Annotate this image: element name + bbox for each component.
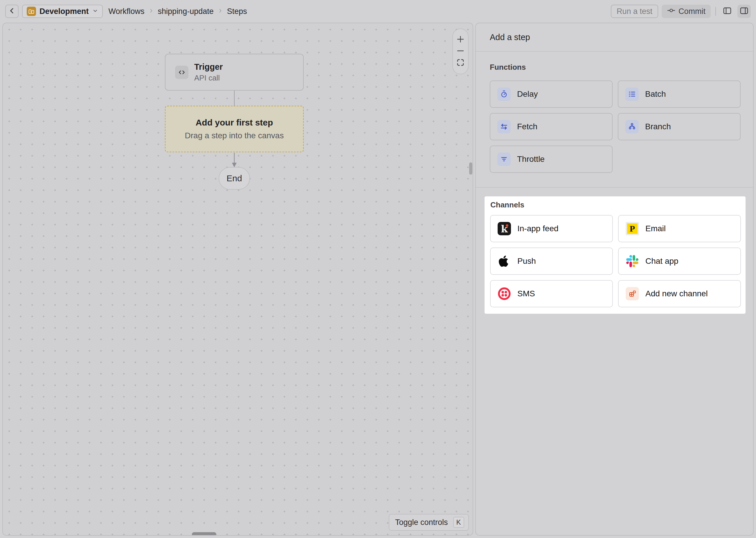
knock-dot: [506, 224, 508, 227]
section-divider: [476, 187, 753, 188]
panel-right-icon: [739, 6, 749, 17]
trigger-node-subtitle: API call: [194, 74, 223, 82]
vertical-scrollbar-thumb[interactable]: [469, 162, 472, 175]
toggle-left-panel-button[interactable]: [721, 5, 734, 18]
back-button[interactable]: [5, 5, 19, 18]
slack-logo-icon: [626, 254, 639, 268]
function-card-delay[interactable]: Delay: [490, 81, 613, 108]
workflow-canvas[interactable]: Trigger API call Add your first step Dra…: [2, 23, 473, 536]
panel-title: Add a step: [490, 32, 530, 42]
trigger-node[interactable]: Trigger API call: [165, 54, 304, 91]
horizontal-scrollbar-thumb[interactable]: [192, 532, 216, 536]
dropzone-subtitle: Drag a step into the canvas: [185, 131, 284, 140]
top-bar: Development Workflows shipping-update St…: [0, 0, 756, 23]
breadcrumb-steps[interactable]: Steps: [227, 7, 247, 16]
channel-card-in-app-feed[interactable]: k In-app feed: [490, 215, 613, 242]
git-commit-icon: [667, 6, 676, 17]
panel-left-icon: [722, 6, 732, 17]
add-channel-grid-icon: [626, 287, 639, 300]
trigger-node-title: Trigger: [194, 62, 223, 72]
postmark-logo-icon: P: [626, 222, 639, 235]
commit-label: Commit: [679, 7, 705, 16]
channel-card-label: SMS: [517, 289, 535, 298]
chevron-left-icon: [8, 7, 16, 16]
branch-tree-icon: [625, 120, 639, 133]
function-card-label: Branch: [645, 122, 671, 131]
run-a-test-button[interactable]: Run a test: [611, 5, 658, 18]
apple-logo-icon: [497, 254, 511, 268]
channel-card-email[interactable]: P Email: [618, 215, 741, 242]
function-card-throttle[interactable]: Throttle: [490, 145, 613, 173]
toggle-controls-button[interactable]: Toggle controls K: [389, 514, 469, 531]
throttle-lines-icon: [497, 152, 511, 166]
channel-card-add-new[interactable]: Add new channel: [618, 280, 741, 307]
breadcrumb-workflow-name[interactable]: shipping-update: [158, 7, 214, 16]
zoom-in-icon[interactable]: [456, 35, 465, 45]
channel-card-label: In-app feed: [517, 224, 559, 233]
knock-logo-icon: k: [497, 222, 511, 235]
zoom-out-icon[interactable]: [456, 46, 465, 56]
function-card-label: Batch: [645, 89, 666, 99]
panel-header: Add a step: [476, 23, 753, 52]
postmark-letter: P: [630, 224, 635, 234]
environment-label: Development: [39, 7, 89, 16]
code-icon: [175, 66, 188, 79]
channels-spotlight-section: Channels k In-app feed P: [485, 196, 745, 314]
chevron-down-icon: [92, 8, 98, 15]
function-card-label: Delay: [517, 89, 538, 99]
delay-stopwatch-icon: [497, 87, 511, 101]
dropzone-title: Add your first step: [196, 118, 273, 128]
function-card-label: Fetch: [517, 122, 538, 131]
environment-selector[interactable]: Development: [22, 5, 103, 18]
end-node[interactable]: End: [218, 167, 250, 190]
breadcrumb-workflows[interactable]: Workflows: [109, 7, 145, 16]
toggle-right-panel-button[interactable]: [737, 5, 751, 18]
channel-card-label: Email: [645, 224, 666, 233]
fetch-arrows-icon: [497, 120, 511, 133]
add-first-step-dropzone[interactable]: Add your first step Drag a step into the…: [165, 106, 304, 152]
function-card-label: Throttle: [517, 155, 544, 164]
channels-grid: k In-app feed P Email: [490, 215, 741, 307]
breadcrumb: Workflows shipping-update Steps: [109, 7, 247, 16]
function-card-fetch[interactable]: Fetch: [490, 113, 613, 140]
functions-grid: Delay Batch Fetch Branch Throttle: [490, 81, 741, 173]
twilio-logo-icon: [497, 287, 511, 300]
channel-card-label: Chat app: [645, 256, 679, 266]
channel-card-push[interactable]: Push: [490, 247, 613, 275]
breadcrumb-separator-icon: [149, 8, 154, 15]
keyboard-shortcut-badge: K: [453, 517, 464, 528]
canvas-zoom-controls: [452, 28, 469, 74]
batch-list-icon: [625, 87, 639, 101]
channels-section-label: Channels: [490, 200, 524, 209]
environment-folder-icon: [27, 7, 36, 16]
channel-card-sms[interactable]: SMS: [490, 280, 613, 307]
breadcrumb-separator-icon: [218, 8, 223, 15]
connector-arrow: [230, 153, 239, 168]
function-card-batch[interactable]: Batch: [618, 81, 741, 108]
function-card-branch[interactable]: Branch: [618, 113, 741, 140]
channel-card-chat-app[interactable]: Chat app: [618, 247, 741, 275]
end-node-label: End: [226, 174, 242, 183]
functions-section-label: Functions: [490, 63, 526, 72]
connector-line: [234, 91, 235, 106]
run-a-test-label: Run a test: [617, 7, 652, 16]
toolbar-divider: [715, 7, 716, 16]
toggle-controls-label: Toggle controls: [395, 518, 448, 527]
commit-button[interactable]: Commit: [662, 5, 711, 18]
channel-card-label: Push: [517, 256, 536, 266]
fit-view-icon[interactable]: [456, 58, 465, 68]
add-step-panel: Add a step Functions Delay Batch Fetch: [475, 23, 754, 536]
channel-card-label: Add new channel: [645, 289, 708, 298]
